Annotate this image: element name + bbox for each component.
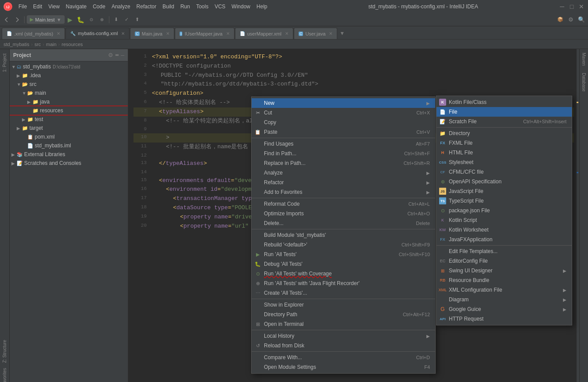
panel-gear-icon[interactable]: ⚙: [108, 52, 113, 58]
menu-vcs[interactable]: VCS: [212, 3, 228, 11]
menu-analyze[interactable]: Analyze: [109, 3, 133, 11]
menu-tools[interactable]: Tools: [194, 3, 211, 11]
ctx-compare[interactable]: Compare With... Ctrl+D: [252, 353, 435, 362]
ctx-optimize[interactable]: Optimize Imports Ctrl+Alt+O: [252, 209, 435, 218]
sub-stylesheet[interactable]: CSS Stylesheet: [436, 157, 572, 167]
sub-directory[interactable]: 📁 Directory: [436, 129, 572, 138]
tree-ext-libs[interactable]: ▶ 📚 External Libraries: [10, 150, 128, 159]
tab-5-close[interactable]: ✕: [329, 31, 332, 36]
sub-kotlin-file[interactable]: K Kotlin File/Class: [436, 97, 572, 107]
bc-main[interactable]: main: [46, 42, 57, 47]
tree-root[interactable]: ▼ 🗂 std_mybatis D:\class71\std: [10, 62, 128, 71]
ctx-analyze[interactable]: Analyze ▶: [252, 168, 435, 178]
ctx-refactor[interactable]: Refactor ▶: [252, 178, 435, 187]
sub-edit-templates[interactable]: Edit File Templates...: [436, 246, 572, 256]
tab-overflow-button[interactable]: ▼: [338, 28, 346, 39]
tab-0-close[interactable]: ✕: [57, 31, 60, 36]
tree-src[interactable]: ▼ 📂 src: [10, 80, 128, 89]
profile-button[interactable]: ⊕: [97, 15, 107, 25]
sub-package-json[interactable]: ⊙ package.json File: [436, 206, 572, 215]
ctx-run-flight[interactable]: ⊕ Run 'All Tests' with 'Java Flight Reco…: [252, 278, 435, 288]
bc-src[interactable]: src: [34, 42, 41, 47]
menu-run[interactable]: Run: [178, 3, 193, 11]
left-tab-project[interactable]: 1: Project: [1, 51, 8, 75]
tree-java[interactable]: ▶ 📁 java: [10, 97, 128, 106]
run-button[interactable]: ▶: [65, 15, 75, 25]
menu-refactor[interactable]: Refactor: [134, 3, 159, 11]
ctx-local-history[interactable]: Local History ▶: [252, 331, 435, 341]
menu-build[interactable]: Build: [160, 3, 177, 11]
ctx-reformat[interactable]: Reformat Code Ctrl+Alt+L: [252, 199, 435, 209]
tab-4-close[interactable]: ✕: [285, 31, 289, 36]
ctx-rebuild[interactable]: Rebuild '<default>' Ctrl+Shift+F9: [252, 240, 435, 250]
bc-root[interactable]: std_mybatis: [4, 42, 29, 47]
sub-scratch[interactable]: 📝 Scratch File Ctrl+Alt+Shift+Insert: [436, 117, 572, 126]
sub-kotlin-worksheet[interactable]: KW Kotlin Worksheet: [436, 225, 572, 235]
maximize-button[interactable]: □: [569, 4, 575, 10]
tree-pom[interactable]: ▶ 📋 pom.xml: [10, 132, 128, 141]
ctx-open-terminal[interactable]: ⊞ Open in Terminal: [252, 319, 435, 329]
ctx-run-tests[interactable]: ▶ Run 'All Tests' Ctrl+Shift+F10: [252, 250, 435, 259]
git-push-button[interactable]: ⬆: [133, 15, 142, 25]
git-commit-button[interactable]: ✓: [122, 15, 132, 25]
ctx-find-path[interactable]: Find in Path... Ctrl+Shift+F: [252, 149, 435, 158]
ctx-debug-tests[interactable]: 🐛 Debug 'All Tests': [252, 259, 435, 269]
panel-settings-icon[interactable]: ⬌: [115, 52, 119, 58]
sub-kotlin-script[interactable]: K Kotlin Script: [436, 215, 572, 225]
tab-0[interactable]: 📄 .xml (std_mybatis) ✕: [2, 28, 65, 39]
ctx-module-settings[interactable]: Open Module Settings F4: [252, 362, 435, 372]
ctx-run-coverage[interactable]: ⊙ Run 'All Tests' with Coverage: [252, 269, 435, 278]
ctx-show-explorer[interactable]: Show in Explorer: [252, 300, 435, 310]
sub-diagram[interactable]: Diagram ▶: [436, 295, 572, 304]
ctx-find-usages[interactable]: Find Usages Alt+F7: [252, 139, 435, 149]
sub-resource-bundle[interactable]: RB Resource Bundle: [436, 275, 572, 285]
ctx-cut[interactable]: ✂ Cut Ctrl+X: [252, 108, 435, 118]
tab-2-close[interactable]: ✕: [166, 31, 170, 36]
ctx-copy[interactable]: Copy: [252, 118, 435, 127]
sub-swing[interactable]: ⊞ Swing UI Designer ▶: [436, 266, 572, 275]
tab-3[interactable]: I IUserMapper.java ✕: [175, 28, 234, 39]
right-tab-maven[interactable]: Maven: [581, 49, 587, 69]
nav-forward-btn[interactable]: [12, 15, 22, 25]
ctx-favorites[interactable]: Add to Favorites ▶: [252, 187, 435, 197]
sub-http-request[interactable]: API HTTP Request: [436, 314, 572, 324]
ctx-new[interactable]: New ▶ K Kotlin File/Class 📄 File: [252, 98, 435, 108]
left-tab-structure[interactable]: Z: Structure: [1, 337, 8, 365]
search-everywhere-button[interactable]: 🔍: [577, 15, 586, 25]
sdk-manager-button[interactable]: 📦: [556, 15, 565, 25]
tab-1-close[interactable]: ✕: [121, 31, 125, 36]
coverage-button[interactable]: ⊙: [87, 15, 96, 25]
left-tab-favorites[interactable]: 2: Favorites: [1, 365, 8, 382]
panel-collapse-icon[interactable]: ─: [121, 53, 124, 58]
ctx-create-tests[interactable]: ⋯ Create 'All Tests'...: [252, 288, 435, 298]
sub-javafx[interactable]: FX JavaFXApplication: [436, 235, 572, 244]
tab-2[interactable]: C Main.java ✕: [130, 28, 174, 39]
sub-html[interactable]: H HTML File: [436, 148, 572, 157]
ctx-replace-path[interactable]: Replace in Path... Ctrl+Shift+R: [252, 158, 435, 168]
menu-navigate[interactable]: Navigate: [63, 3, 89, 11]
menu-code[interactable]: Code: [90, 3, 108, 11]
tree-test[interactable]: ▶ 📁 test: [10, 115, 128, 124]
menu-edit[interactable]: Edit: [30, 3, 45, 11]
sub-fxml[interactable]: FX FXML File: [436, 138, 572, 148]
ctx-dir-path[interactable]: Directory Path Ctrl+Alt+F12: [252, 310, 435, 319]
sub-editorconfig[interactable]: EC EditorConfig File: [436, 256, 572, 266]
ctx-paste[interactable]: 📋 Paste Ctrl+V: [252, 127, 435, 137]
tab-4[interactable]: 📄 userMapper.xml ✕: [235, 28, 293, 39]
tree-resources[interactable]: ▶ 📁 resources: [10, 106, 128, 115]
tab-5[interactable]: C User.java ✕: [294, 28, 337, 39]
sub-openapi[interactable]: ⊛ OpenAPI Specification: [436, 177, 572, 186]
ctx-delete[interactable]: Delete... Delete: [252, 218, 435, 228]
sub-file[interactable]: 📄 File: [436, 107, 572, 117]
sub-cfml[interactable]: CF CFML/CFC file: [436, 167, 572, 177]
settings-button[interactable]: ⚙: [566, 15, 576, 25]
tree-scratches[interactable]: ▶ 📝 Scratches and Consoles: [10, 159, 128, 168]
menu-file[interactable]: File: [16, 3, 29, 11]
close-button[interactable]: ✕: [578, 4, 584, 10]
menu-help[interactable]: Help: [254, 3, 270, 11]
right-tab-database[interactable]: Database: [581, 69, 587, 95]
tree-idea[interactable]: ▶ 📁 .idea: [10, 71, 128, 80]
nav-back-btn[interactable]: [2, 15, 11, 25]
tree-iml[interactable]: ▶ 📄 std_mybatis.iml: [10, 141, 128, 150]
debug-button[interactable]: 🐛: [76, 15, 86, 25]
